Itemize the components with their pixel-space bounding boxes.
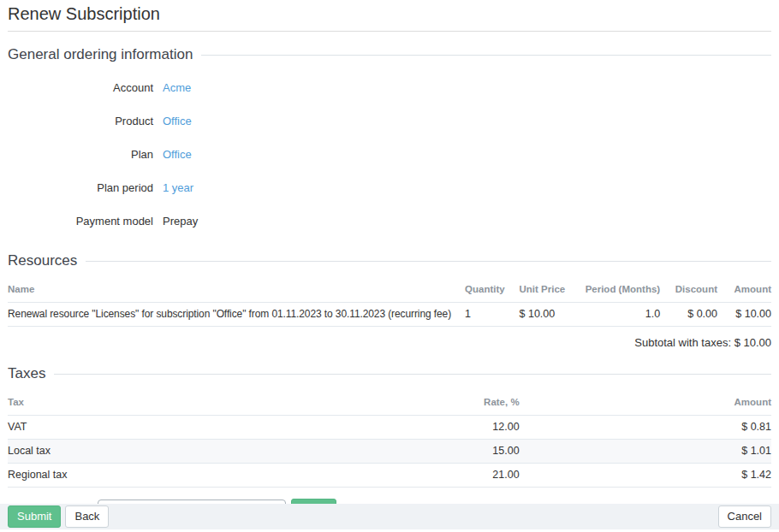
payment-model-value: Prepay	[163, 215, 198, 228]
resource-amount: $ 10.00	[717, 303, 771, 327]
section-resources-label: Resources	[8, 252, 77, 269]
column-header-tax-amount: Amount	[520, 386, 771, 416]
tax-rate: 21.00	[390, 464, 520, 488]
account-label: Account	[8, 81, 153, 94]
resource-quantity: 1	[451, 303, 505, 327]
account-link[interactable]: Acme	[163, 81, 191, 94]
back-button[interactable]: Back	[65, 505, 109, 528]
cancel-button[interactable]: Cancel	[718, 505, 771, 528]
section-resources-heading: Resources	[8, 252, 771, 269]
action-bar-left: Submit Back	[8, 505, 109, 528]
tax-row-local: Local tax 15.00 $ 1.01	[8, 440, 771, 464]
payment-model-label: Payment model	[8, 215, 153, 228]
plan-label: Plan	[8, 148, 153, 161]
plan-link[interactable]: Office	[163, 148, 192, 161]
resource-unit-price: $ 10.00	[506, 303, 570, 327]
subtotal-label: Subtotal with taxes:	[634, 336, 731, 349]
tax-name: Regional tax	[8, 464, 390, 488]
section-general-label: General ordering information	[8, 46, 193, 63]
subtotal: Subtotal with taxes: $ 10.00	[8, 327, 771, 352]
subtotal-row: Subtotal with taxes: $ 10.00	[8, 327, 771, 352]
tax-amount: $ 1.42	[520, 464, 771, 488]
tax-rate: 15.00	[390, 440, 520, 464]
field-payment-model: Payment model Prepay	[8, 204, 771, 238]
section-taxes-heading: Taxes	[8, 365, 771, 382]
plan-period-link[interactable]: 1 year	[163, 181, 193, 194]
tax-amount: $ 1.01	[520, 440, 771, 464]
submit-button[interactable]: Submit	[8, 505, 61, 528]
column-header-discount: Discount	[660, 273, 717, 303]
column-header-period: Period (Months)	[570, 273, 661, 303]
column-header-amount: Amount	[717, 273, 771, 303]
tax-name: Local tax	[8, 440, 390, 464]
column-header-quantity: Quantity	[451, 273, 505, 303]
resource-row: Renewal resource "Licenses" for subscrip…	[8, 303, 771, 327]
plan-period-label: Plan period	[8, 181, 153, 194]
section-taxes-label: Taxes	[8, 365, 45, 382]
column-header-rate: Rate, %	[390, 386, 520, 416]
column-header-unit-price: Unit Price	[506, 273, 570, 303]
field-account: Account Acme	[8, 71, 771, 104]
tax-amount: $ 0.81	[520, 416, 771, 440]
field-plan-period: Plan period 1 year	[8, 171, 771, 204]
product-label: Product	[8, 115, 153, 127]
tax-rate: 12.00	[390, 416, 520, 440]
resource-discount: $ 0.00	[660, 303, 717, 327]
resources-table: Name Quantity Unit Price Period (Months)…	[8, 273, 771, 351]
tax-name: VAT	[8, 416, 390, 440]
resource-name: Renewal resource "Licenses" for subscrip…	[8, 303, 451, 327]
subtotal-value: $ 10.00	[734, 336, 771, 349]
field-product: Product Office	[8, 104, 771, 138]
action-bar: Submit Back Cancel	[0, 504, 779, 529]
resources-header-row: Name Quantity Unit Price Period (Months)…	[8, 273, 771, 303]
taxes-header-row: Tax Rate, % Amount	[8, 386, 771, 416]
product-link[interactable]: Office	[163, 115, 192, 127]
column-header-name: Name	[8, 273, 451, 303]
section-general-heading: General ordering information	[8, 46, 771, 63]
field-plan: Plan Office	[8, 138, 771, 171]
tax-row-vat: VAT 12.00 $ 0.81	[8, 416, 771, 440]
tax-row-regional: Regional tax 21.00 $ 1.42	[8, 464, 771, 488]
page-title: Renew Subscription	[8, 0, 771, 32]
taxes-table: Tax Rate, % Amount VAT 12.00 $ 0.81 Loca…	[8, 386, 771, 488]
column-header-tax: Tax	[8, 386, 390, 416]
resource-period: 1.0	[570, 303, 661, 327]
order-form: Renew Subscription General ordering info…	[0, 0, 779, 523]
general-fields: Account Acme Product Office Plan Office …	[8, 71, 771, 238]
